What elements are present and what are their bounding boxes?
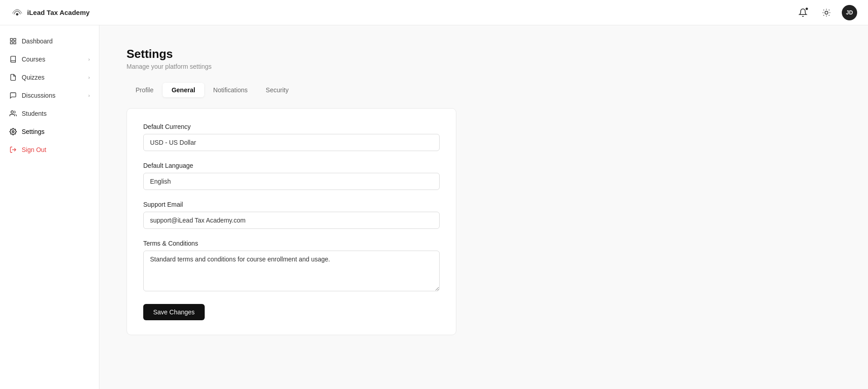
chevron-right-icon: › <box>88 75 90 80</box>
sidebar-label-sign-out: Sign Out <box>22 146 46 153</box>
sidebar-label-courses: Courses <box>22 56 45 63</box>
logo-icon <box>11 6 23 19</box>
topbar-actions: JD <box>795 5 857 21</box>
sidebar-label-quizzes: Quizzes <box>22 74 45 81</box>
sidebar-item-quizzes[interactable]: Quizzes › <box>0 69 99 86</box>
sidebar-item-students[interactable]: Students <box>0 105 99 122</box>
tab-general[interactable]: General <box>163 83 204 97</box>
settings-card: Default Currency Default Language Suppor… <box>127 108 456 335</box>
terms-group: Terms & Conditions <box>143 240 440 293</box>
notifications-button[interactable] <box>795 5 811 21</box>
svg-rect-3 <box>14 38 16 41</box>
support-email-label: Support Email <box>143 201 440 208</box>
svg-point-0 <box>16 13 18 15</box>
sidebar-item-courses[interactable]: Courses › <box>0 51 99 68</box>
svg-rect-4 <box>10 42 13 44</box>
currency-label: Default Currency <box>143 123 440 130</box>
language-group: Default Language <box>143 162 440 190</box>
sidebar-label-students: Students <box>22 110 47 117</box>
sidebar-item-dashboard[interactable]: Dashboard <box>0 33 99 50</box>
notification-dot <box>805 7 808 10</box>
app-logo: iLead Tax Academy <box>11 6 89 19</box>
chevron-right-icon: › <box>88 93 90 98</box>
app-name: iLead Tax Academy <box>27 9 89 16</box>
tab-security[interactable]: Security <box>257 83 298 97</box>
sidebar: Dashboard Courses › Quizzes › <box>0 25 99 389</box>
sun-icon <box>822 8 831 17</box>
tab-profile[interactable]: Profile <box>127 83 163 97</box>
gear-icon <box>9 128 17 136</box>
sidebar-label-settings: Settings <box>22 128 45 135</box>
terms-label: Terms & Conditions <box>143 240 440 247</box>
svg-rect-2 <box>10 38 13 41</box>
tab-notifications[interactable]: Notifications <box>204 83 257 97</box>
sidebar-item-sign-out[interactable]: Sign Out <box>0 141 99 158</box>
language-input[interactable] <box>143 173 440 190</box>
support-email-group: Support Email <box>143 201 440 229</box>
settings-icon-button[interactable] <box>818 5 835 21</box>
book-icon <box>9 55 17 63</box>
currency-group: Default Currency <box>143 123 440 151</box>
support-email-input[interactable] <box>143 212 440 229</box>
sidebar-item-settings[interactable]: Settings <box>0 123 99 140</box>
svg-point-6 <box>11 111 13 113</box>
currency-input[interactable] <box>143 134 440 151</box>
topbar: iLead Tax Academy JD <box>0 0 868 25</box>
page-subtitle: Manage your platform settings <box>127 63 841 70</box>
sidebar-label-dashboard: Dashboard <box>22 38 53 45</box>
chevron-right-icon: › <box>88 57 90 62</box>
main-layout: Dashboard Courses › Quizzes › <box>0 25 868 389</box>
signout-icon <box>9 146 17 154</box>
user-avatar[interactable]: JD <box>842 5 857 20</box>
page-title: Settings <box>127 47 841 61</box>
grid-icon <box>9 37 17 45</box>
save-changes-button[interactable]: Save Changes <box>143 304 205 320</box>
settings-tabs: Profile General Notifications Security <box>127 83 841 97</box>
sidebar-label-discussions: Discussions <box>22 92 56 99</box>
language-label: Default Language <box>143 162 440 169</box>
terms-textarea[interactable] <box>143 251 440 291</box>
file-icon <box>9 73 17 81</box>
svg-point-1 <box>825 11 828 14</box>
svg-rect-5 <box>14 42 16 44</box>
users-icon <box>9 109 17 118</box>
main-content: Settings Manage your platform settings P… <box>99 25 868 389</box>
sidebar-item-discussions[interactable]: Discussions › <box>0 87 99 104</box>
chat-icon <box>9 91 17 100</box>
svg-point-7 <box>12 131 14 133</box>
